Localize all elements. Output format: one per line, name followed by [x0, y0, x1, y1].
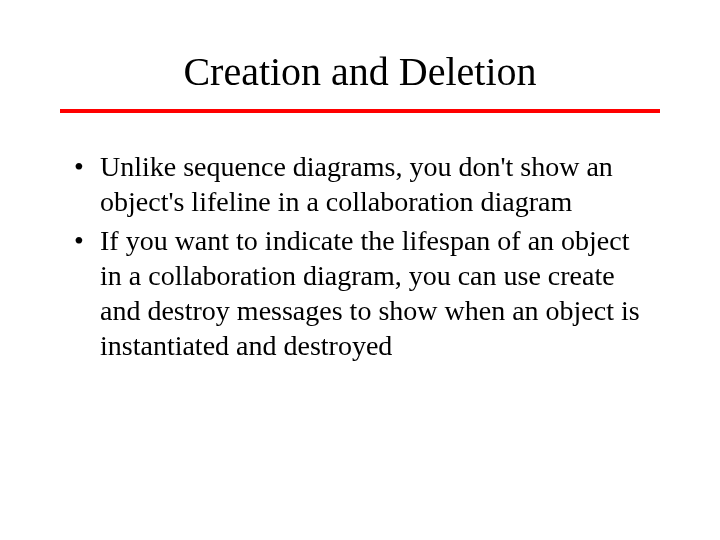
list-item: If you want to indicate the lifespan of … [72, 223, 648, 363]
title-underline [60, 109, 660, 113]
slide-title: Creation and Deletion [60, 0, 660, 95]
list-item: Unlike sequence diagrams, you don't show… [72, 149, 648, 219]
slide-content: Unlike sequence diagrams, you don't show… [72, 149, 648, 363]
slide: Creation and Deletion Unlike sequence di… [0, 0, 720, 540]
bullet-list: Unlike sequence diagrams, you don't show… [72, 149, 648, 363]
